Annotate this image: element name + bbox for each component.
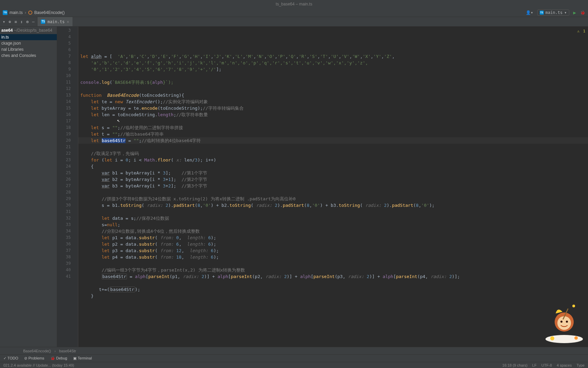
window-title: ts_base64 – main.ts <box>0 0 588 8</box>
settings-icon[interactable]: ⚙ <box>26 19 29 24</box>
status-linesep[interactable]: LF <box>532 363 537 367</box>
target-icon[interactable]: ⊕ <box>9 19 11 24</box>
chevron-down-icon[interactable]: ▾ <box>3 19 5 24</box>
status-encoding[interactable]: UTF-8 <box>541 363 552 367</box>
status-bar: 021.2.4 available // Update... (today 15… <box>0 362 588 368</box>
close-icon[interactable]: × <box>67 19 69 24</box>
problems-tab[interactable]: ⊘ Problems <box>24 356 44 361</box>
todo-tab[interactable]: ✓ TODO <box>3 356 18 361</box>
toolbar: ▾ ⊕ ≡ ↕ ⚙ — TS main.ts × <box>0 17 588 27</box>
expand-icon[interactable]: ≡ <box>14 19 17 24</box>
bc-symbol[interactable]: Base64Encode() <box>23 349 51 353</box>
status-update[interactable]: 021.2.4 available // Update... (today 15… <box>3 363 74 367</box>
breadcrumb: TS main.ts › Base64Encode() <box>3 10 65 15</box>
editor-tab[interactable]: TS main.ts × <box>37 17 72 26</box>
chevron-down-icon: ▾ <box>564 10 567 15</box>
bc-symbol[interactable]: base64Str <box>59 349 76 353</box>
warning-icon: ⊘ <box>24 356 27 360</box>
status-lang[interactable]: Type <box>576 363 585 367</box>
sidebar-item-scratches[interactable]: ches and Consoles <box>0 52 57 59</box>
ts-file-icon: TS <box>41 19 45 24</box>
run-config-selector[interactable]: TS main.ts ▾ <box>537 10 569 16</box>
inspection-badge[interactable]: ⚠ 1 <box>577 28 585 34</box>
run-icon[interactable]: ▶ <box>573 10 576 15</box>
status-indent[interactable]: 4 spaces <box>557 363 572 367</box>
project-sidebar: ase64 ~/Desktop/ts_base64 in.ts ckage.js… <box>0 27 57 347</box>
project-root[interactable]: ase64 ~/Desktop/ts_base64 <box>0 27 57 34</box>
ts-file-icon: TS <box>540 11 544 15</box>
code-area[interactable]: ⚠ 1 ↖ let alph = [ 'A','B','C','D','E','… <box>78 27 588 347</box>
debug-icon[interactable]: 🐞 <box>580 10 585 15</box>
breadcrumbs-footer: Base64Encode() › base64Str <box>0 347 588 354</box>
collapse-icon[interactable]: ↕ <box>20 19 23 24</box>
hide-icon[interactable]: — <box>32 19 34 24</box>
terminal-tab[interactable]: ▣ Terminal <box>73 356 92 361</box>
code-with-me-icon[interactable]: 👤▾ <box>526 10 533 15</box>
breadcrumb-symbol[interactable]: Base64Encode() <box>34 10 65 15</box>
breadcrumb-file[interactable]: main.ts <box>10 10 23 15</box>
terminal-icon: ▣ <box>73 356 77 360</box>
sidebar-item-external[interactable]: nal Libraries <box>0 46 57 52</box>
sidebar-item-main[interactable]: in.ts <box>0 34 57 40</box>
sidebar-item-package[interactable]: ckage.json <box>0 40 57 46</box>
tool-window-bar: ✓ TODO ⊘ Problems 🐞 Debug ▣ Terminal <box>0 354 588 362</box>
chevron-right-icon: › <box>54 349 56 353</box>
editor[interactable]: 3456789101112131415161718192021222324252… <box>57 27 588 347</box>
debug-tab[interactable]: 🐞 Debug <box>50 356 67 361</box>
function-icon <box>28 11 32 15</box>
line-gutter: 3456789101112131415161718192021222324252… <box>57 27 74 347</box>
ts-file-icon: TS <box>3 10 7 15</box>
fold-gutter <box>74 27 78 347</box>
nav-bar: TS main.ts › Base64Encode() 👤▾ TS main.t… <box>0 8 588 17</box>
status-caret[interactable]: 16:18 (9 chars) <box>502 363 527 367</box>
check-icon: ✓ <box>3 356 6 360</box>
chevron-right-icon: › <box>25 10 26 15</box>
bug-icon: 🐞 <box>50 356 55 360</box>
